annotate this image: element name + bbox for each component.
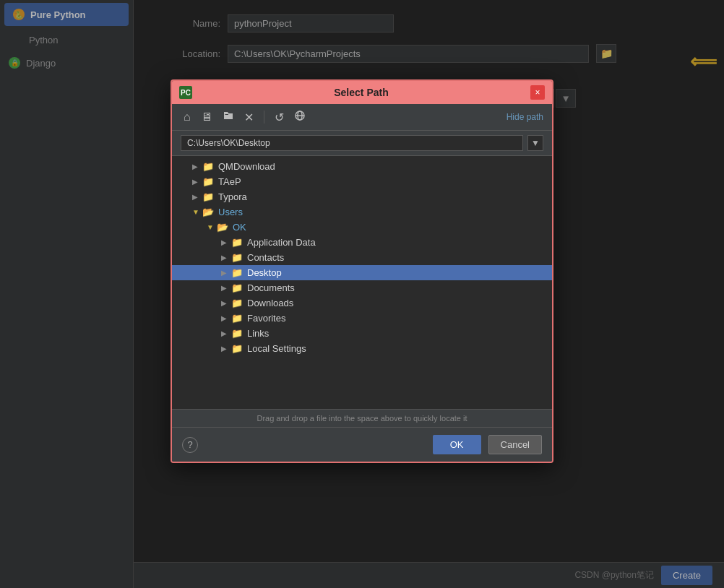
dialog-actions: OK Cancel xyxy=(433,435,542,454)
folder-icon: 📁 xyxy=(231,328,243,339)
tree-item-typora[interactable]: ▶ 📁 Typora xyxy=(172,189,552,204)
tree-item-qmdownload[interactable]: ▶ 📁 QMDownload xyxy=(172,159,552,174)
folder-icon: 📁 xyxy=(202,191,214,202)
path-input[interactable] xyxy=(181,135,523,151)
tree-item-desktop[interactable]: ▶ 📁 Desktop xyxy=(172,265,552,280)
dialog-pathbar: ▼ xyxy=(172,131,552,156)
dialog-titlebar: PC Select Path × xyxy=(172,81,552,104)
tree-label: Contacts xyxy=(247,252,284,263)
folder-icon: 📁 xyxy=(231,313,243,324)
cancel-button[interactable]: Cancel xyxy=(488,435,542,454)
tree-item-application-data[interactable]: ▶ 📁 Application Data xyxy=(172,235,552,250)
chevron-right-icon: ▶ xyxy=(192,163,202,170)
chevron-right-icon: ▶ xyxy=(221,329,231,337)
toolbar-monitor-button[interactable]: 🖥 xyxy=(198,109,215,125)
tree-item-users[interactable]: ▼ 📂 Users xyxy=(172,204,552,220)
drag-hint: Drag and drop a file into the space abov… xyxy=(172,409,552,427)
tree-item-contacts[interactable]: ▶ 📁 Contacts xyxy=(172,250,552,265)
toolbar-delete-button[interactable]: ✕ xyxy=(241,109,257,126)
tree-label: Local Settings xyxy=(247,343,306,354)
folder-open-icon: 📂 xyxy=(202,207,214,217)
chevron-right-icon: ▶ xyxy=(221,284,231,292)
toolbar-network-button[interactable] xyxy=(291,108,309,126)
tree-label: OK xyxy=(233,222,246,233)
help-button[interactable]: ? xyxy=(182,437,198,453)
toolbar-home-button[interactable]: ⌂ xyxy=(181,109,194,125)
tree-item-favorites[interactable]: ▶ 📁 Favorites xyxy=(172,311,552,326)
tree-item-links[interactable]: ▶ 📁 Links xyxy=(172,326,552,341)
chevron-right-icon: ▶ xyxy=(221,238,231,246)
folder-icon: 📁 xyxy=(231,237,243,248)
file-tree[interactable]: ▶ 📁 QMDownload ▶ 📁 TAeP ▶ 📁 Typora ▼ 📂 U… xyxy=(172,156,552,409)
dialog-bottom: ? OK Cancel xyxy=(172,427,552,462)
chevron-right-icon: ▶ xyxy=(192,178,202,186)
tree-label: Documents xyxy=(247,282,295,293)
folder-icon: 📁 xyxy=(231,343,243,354)
tree-label: QMDownload xyxy=(218,161,275,172)
folder-icon: 📁 xyxy=(202,161,214,172)
path-dropdown-button[interactable]: ▼ xyxy=(527,135,543,151)
folder-open-icon: 📂 xyxy=(217,222,228,233)
tree-label: Desktop xyxy=(247,267,282,278)
tree-label: Favorites xyxy=(247,313,285,324)
tree-label: Application Data xyxy=(247,237,316,248)
tree-item-ok[interactable]: ▼ 📂 OK xyxy=(172,220,552,235)
chevron-down-icon: ▼ xyxy=(192,208,202,216)
folder-icon: 📁 xyxy=(231,282,243,293)
chevron-right-icon: ▶ xyxy=(221,254,231,261)
chevron-right-icon: ▶ xyxy=(221,299,231,307)
modal-overlay: PC Select Path × ⌂ 🖥 ✕ ↺ Hide path ▼ xyxy=(0,0,724,588)
tree-label: Downloads xyxy=(247,298,293,308)
ok-button[interactable]: OK xyxy=(433,435,481,454)
toolbar-separator xyxy=(264,111,264,124)
folder-icon: 📁 xyxy=(231,252,243,263)
dialog-app-icon: PC xyxy=(179,86,192,99)
dialog-title: Select Path xyxy=(198,87,525,98)
chevron-down-icon: ▼ xyxy=(207,223,217,231)
tree-label: Typora xyxy=(218,191,247,202)
folder-icon: 📁 xyxy=(231,298,243,308)
folder-icon: 📁 xyxy=(202,176,214,187)
tree-label: Links xyxy=(247,328,269,339)
tree-label: TAeP xyxy=(218,176,241,187)
select-path-dialog: PC Select Path × ⌂ 🖥 ✕ ↺ Hide path ▼ xyxy=(171,79,553,463)
tree-item-local-settings[interactable]: ▶ 📁 Local Settings xyxy=(172,341,552,356)
chevron-right-icon: ▶ xyxy=(221,269,231,277)
chevron-right-icon: ▶ xyxy=(192,193,202,201)
folder-icon: 📁 xyxy=(231,267,243,278)
tree-item-downloads[interactable]: ▶ 📁 Downloads xyxy=(172,295,552,311)
hide-path-button[interactable]: Hide path xyxy=(507,112,543,122)
dialog-close-button[interactable]: × xyxy=(530,85,545,100)
dialog-toolbar: ⌂ 🖥 ✕ ↺ Hide path xyxy=(172,104,552,131)
tree-item-taep[interactable]: ▶ 📁 TAeP xyxy=(172,174,552,189)
toolbar-refresh-button[interactable]: ↺ xyxy=(272,109,287,126)
toolbar-new-folder-button[interactable] xyxy=(220,108,237,126)
chevron-right-icon: ▶ xyxy=(221,314,231,322)
tree-label: Users xyxy=(218,207,243,217)
tree-item-documents[interactable]: ▶ 📁 Documents xyxy=(172,280,552,295)
chevron-right-icon: ▶ xyxy=(221,345,231,353)
